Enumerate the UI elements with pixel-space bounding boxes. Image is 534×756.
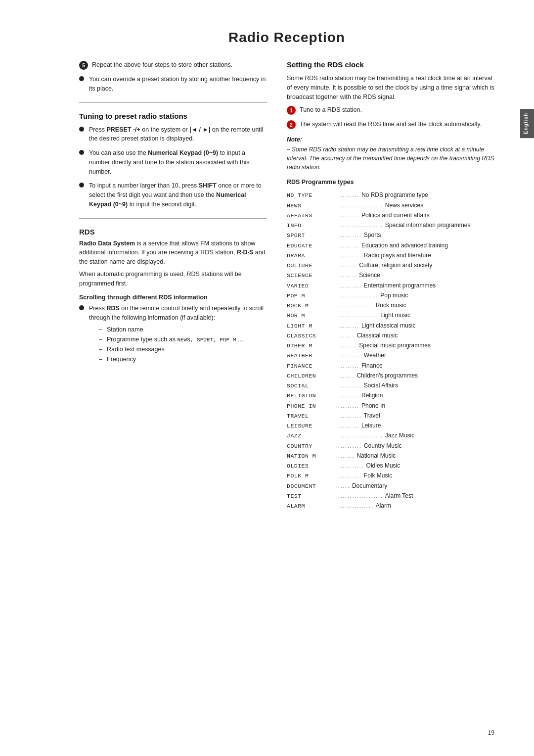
rds-type-dots: .......... <box>338 232 362 239</box>
tuning-bullet-3: To input a number larger than 10, press … <box>79 181 267 209</box>
tuning-bullet-2-circle <box>79 150 84 155</box>
rds-type-dots: ......... <box>338 191 359 199</box>
override-bullet-circle <box>79 76 84 81</box>
rds-type-dots: ......... <box>338 402 359 410</box>
tuning-bullet-1-text: Press PRESET -/+ on the system or |◄ / ►… <box>89 125 267 144</box>
rds-type-code: MOR M <box>287 311 336 320</box>
rds-clock-intro: Some RDS radio station may be transmitti… <box>287 74 494 101</box>
rds-sub-list: Station name Programme type such as NEWS… <box>99 325 267 365</box>
rds-type-code: CLASSICS <box>287 331 336 340</box>
rds-type-dots: ............... <box>338 502 374 510</box>
rds-type-desc: Social Affairs <box>364 381 398 390</box>
rds-type-desc: Radio plays and literature <box>364 251 431 260</box>
rds-scrolling-heading: Scrolling through different RDS informat… <box>79 294 267 301</box>
rds-type-dots: ................... <box>338 432 383 439</box>
rds-type-dots: .......... <box>338 412 362 420</box>
rds-type-desc: Education and advanced training <box>361 241 448 250</box>
rds-type-desc: Light classical music <box>361 321 415 330</box>
rds-type-code: NEWS <box>287 201 336 210</box>
rds-type-code: FOLK M <box>287 472 336 480</box>
rds-type-desc: Travel <box>364 411 380 420</box>
rds-type-dots: ......... <box>338 362 359 370</box>
tuning-bullet-2-text: You can also use the Numerical Keypad (0… <box>89 148 267 176</box>
rds-type-row: OTHER M........Special music programmes <box>287 341 494 350</box>
rds-type-dots: ......... <box>338 212 359 219</box>
rds-type-code: OTHER M <box>287 341 336 350</box>
rds-clock-step-1-number: 1 <box>287 106 296 115</box>
rds-type-dots: ........... <box>338 462 364 470</box>
rds-type-row: ROCK M...............Rock music <box>287 301 494 310</box>
rds-type-row: WEATHER..........Weather <box>287 351 494 360</box>
rds-type-desc: Entertainment programmes <box>364 281 436 290</box>
rds-type-dots: ....... <box>338 452 355 460</box>
rds-type-row: NO TYPE.........No RDS programme type <box>287 190 494 199</box>
tuning-bullet-1: Press PRESET -/+ on the system or |◄ / ►… <box>79 125 267 144</box>
rds-type-dots: ......... <box>338 242 359 249</box>
note-text: – Some RDS radio station may be transmit… <box>287 145 494 172</box>
tuning-bullet-1-circle <box>79 127 84 132</box>
rds-type-code: TRAVEL <box>287 412 336 420</box>
rds-type-code: OLDIES <box>287 462 336 470</box>
tuning-section-heading: Tuning to preset radio stations <box>79 112 267 120</box>
rds-type-dots: ................... <box>338 202 383 209</box>
rds-intro-text: Radio Data System is a service that allo… <box>79 239 267 267</box>
rds-type-code: LIGHT M <box>287 322 336 330</box>
rds-type-code: CULTURE <box>287 261 336 270</box>
override-bullet-text: You can override a preset station by sto… <box>89 75 267 94</box>
step-5-text: Repeat the above four steps to store oth… <box>92 60 267 70</box>
sub-item-programme-type: Programme type such as NEWS, SPORT, POP … <box>99 334 267 345</box>
rds-type-dots: ......... <box>338 392 359 399</box>
rds-type-row: CHILDREN.......Children's programmes <box>287 371 494 380</box>
rds-type-row: NEWS...................News services <box>287 201 494 210</box>
rds-type-row: LIGHT M.........Light classical music <box>287 321 494 330</box>
rds-type-code: PHONE IN <box>287 402 336 410</box>
rds-type-row: RELIGION.........Religion <box>287 391 494 400</box>
rds-type-desc: Religion <box>361 391 383 400</box>
rds-clock-step-2-number: 2 <box>287 120 296 129</box>
sub-item-station-name: Station name <box>99 325 267 334</box>
rds-type-desc: Alarm <box>376 501 391 510</box>
rds-type-desc: Country Music <box>364 441 402 450</box>
rds-type-row: OLDIES...........Oldies Music <box>287 461 494 470</box>
rds-type-dots: ................. <box>338 312 378 319</box>
rds-type-dots: ......... <box>338 422 359 429</box>
rds-type-row: PHONE IN.........Phone In <box>287 401 494 410</box>
rds-type-code: POP M <box>287 291 336 300</box>
rds-clock-note: Note: – Some RDS radio station may be tr… <box>287 136 494 172</box>
rds-type-code: ALARM <box>287 502 336 510</box>
rds-type-desc: Phone In <box>361 401 385 410</box>
rds-type-row: LEISURE.........Leisure <box>287 421 494 430</box>
rds-type-code: NO TYPE <box>287 191 336 199</box>
rds-type-row: SOCIAL..........Social Affairs <box>287 381 494 390</box>
rds-type-desc: Science <box>359 271 380 280</box>
rds-type-desc: Oldies Music <box>366 461 400 470</box>
rds-type-code: COUNTRY <box>287 442 336 450</box>
right-column: Setting the RDS clock Some RDS radio sta… <box>287 60 494 511</box>
step-5-number: 5 <box>79 61 88 70</box>
rds-type-code: JAZZ <box>287 431 336 440</box>
sub-item-radio-text: Radio text messages <box>99 344 267 354</box>
rds-type-desc: Documentary <box>352 481 387 490</box>
rds-type-row: CULTURE........Culture, religion and soc… <box>287 261 494 270</box>
rds-type-code: CHILDREN <box>287 372 336 380</box>
rds-type-desc: Light music <box>380 311 410 320</box>
rds-type-dots: ........ <box>338 262 357 269</box>
rds-clock-step-1-text: Tune to a RDS station. <box>300 105 494 115</box>
rds-type-row: CLASSICS.......Classical music <box>287 331 494 340</box>
rds-type-code: DOCUMENT <box>287 482 336 490</box>
rds-scroll-bullet: Press RDS on the remote control briefly … <box>79 304 267 364</box>
rds-type-row: MOR M.................Light music <box>287 311 494 320</box>
rds-type-row: ALARM...............Alarm <box>287 501 494 510</box>
rds-type-desc: Culture, religion and society <box>359 261 432 270</box>
language-tab: English <box>520 109 534 138</box>
rds-type-row: TEST...................Alarm Test <box>287 491 494 500</box>
rds-type-code: FINANCE <box>287 362 336 370</box>
rds-type-code: SPORT <box>287 231 336 239</box>
rds-type-code: LEISURE <box>287 422 336 430</box>
rds-clock-heading: Setting the RDS clock <box>287 60 494 69</box>
rds-type-code: VARIED <box>287 282 336 290</box>
rds-type-dots: ......... <box>338 322 359 330</box>
override-bullet-item: You can override a preset station by sto… <box>79 75 267 94</box>
rds-type-dots: .......... <box>338 352 362 359</box>
rds-clock-step-1: 1 Tune to a RDS station. <box>287 105 494 115</box>
